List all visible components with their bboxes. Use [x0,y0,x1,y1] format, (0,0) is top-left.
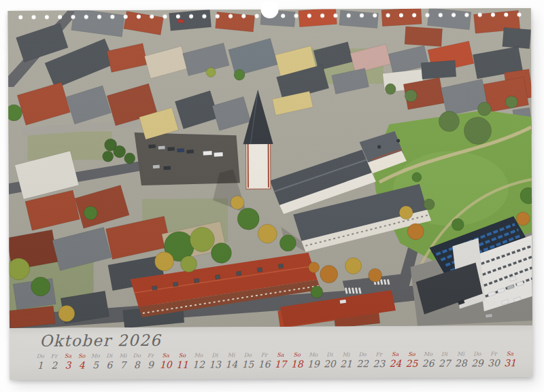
day-cell: Fr2 [50,353,59,371]
date-number: 2 [51,361,57,371]
date-number: 5 [92,360,99,370]
date-number: 26 [422,359,435,369]
date-number: 1 [37,361,44,371]
day-cell: Fr16 [258,352,270,370]
date-number: 23 [373,359,385,369]
date-number: 27 [439,359,451,369]
weekday-label: Do [473,351,481,357]
aerial-photo-illustration [8,8,532,328]
weekday-label: Do [358,351,366,357]
hanger-hole [260,1,278,18]
day-cell: So18 [291,352,303,370]
weekday-label: Fr [490,351,496,357]
date-number: 30 [488,358,500,368]
weekday-label: Sa [65,353,71,359]
date-number: 25 [405,359,418,369]
day-cell: Mi7 [118,353,128,370]
day-cell: Sa10 [160,353,172,370]
date-row: Do1Fr2Sa3So4Mo5Di6Mi7Do8Fr9Sa10So11Mo12D… [35,351,516,371]
weekday-label: Mo [424,351,432,357]
weekday-label: Do [37,353,44,359]
day-cell: Fr9 [146,353,155,370]
date-number: 18 [291,359,303,370]
day-cell: Mi14 [225,352,237,370]
weekday-label: So [179,353,186,359]
date-number: 29 [471,358,483,368]
day-cell: Di6 [105,353,114,370]
weekday-label: Di [106,353,112,359]
day-cell: Di27 [439,351,451,369]
weekday-label: Di [211,352,218,358]
date-number: 16 [258,359,270,370]
day-cell: Do22 [356,351,369,369]
weekday-label: Sa [163,353,169,359]
day-cell: So4 [77,353,86,370]
weekday-label: So [78,353,85,359]
weekday-label: Mo [91,353,100,359]
date-number: 10 [160,360,172,370]
day-cell: Di13 [209,352,221,370]
weekday-label: Sa [277,352,284,358]
calendar-page: Oktober 2026 Do1Fr2Sa3So4Mo5Di6Mi7Do8Fr9… [8,8,533,380]
calendar-photo [8,8,532,328]
date-number: 19 [307,359,320,370]
date-number: 13 [209,359,221,370]
day-cell: So11 [176,353,188,370]
day-cell: Mo12 [192,353,205,370]
day-cell: Fr23 [373,351,385,369]
weekday-label: Mi [457,351,464,357]
date-number: 12 [192,360,205,370]
weekday-label: So [293,352,300,358]
date-number: 6 [106,360,112,370]
day-cell: Sa17 [275,352,287,370]
calendar-footer: Oktober 2026 Do1Fr2Sa3So4Mo5Di6Mi7Do8Fr9… [10,325,532,380]
day-cell: Mo19 [307,352,320,370]
date-number: 28 [455,358,467,368]
day-cell: Mi21 [340,351,352,369]
weekday-label: Mi [342,351,350,357]
date-number: 9 [148,360,154,370]
day-cell: Do1 [35,353,45,371]
day-cell: Mo26 [422,351,434,369]
day-cell: Fr30 [488,351,500,368]
weekday-label: Do [244,352,252,358]
weekday-label: Di [441,351,447,357]
month-title: Oktober 2026 [39,332,161,350]
date-number: 17 [275,359,287,370]
day-cell: Sa24 [389,351,401,369]
weekday-label: Sa [392,351,398,357]
date-number: 4 [79,360,85,370]
day-cell: Sa3 [63,353,73,371]
day-cell: Di20 [324,351,336,369]
weekday-label: Fr [375,351,381,357]
weekday-label: Di [326,352,333,358]
weekday-label: Do [133,353,141,359]
weekday-label: Mi [120,353,127,359]
date-number: 14 [225,359,237,370]
day-cell: Mi28 [455,351,467,368]
weekday-label: Mo [309,352,318,358]
weekday-label: Fr [148,353,154,359]
weekday-label: Mo [194,353,203,359]
date-number: 24 [389,359,401,369]
day-cell: Do29 [471,351,483,368]
date-number: 15 [241,359,254,370]
date-number: 8 [134,360,140,370]
weekday-label: Sa [507,351,513,357]
day-cell: So25 [405,351,418,369]
date-number: 22 [356,359,369,369]
day-cell: Sa31 [504,351,516,368]
weekday-label: So [408,351,415,357]
date-number: 20 [324,359,336,369]
day-cell: Do8 [132,353,141,370]
date-number: 3 [65,361,71,371]
date-number: 7 [120,360,126,370]
day-cell: Do15 [241,352,254,370]
weekday-label: Fr [51,353,57,359]
day-cell: Mo5 [90,353,100,370]
date-number: 31 [504,358,516,368]
date-number: 11 [176,360,188,370]
date-number: 21 [340,359,352,369]
weekday-label: Mi [228,352,235,358]
calendar-product-shot: Oktober 2026 Do1Fr2Sa3So4Mo5Di6Mi7Do8Fr9… [0,0,544,392]
